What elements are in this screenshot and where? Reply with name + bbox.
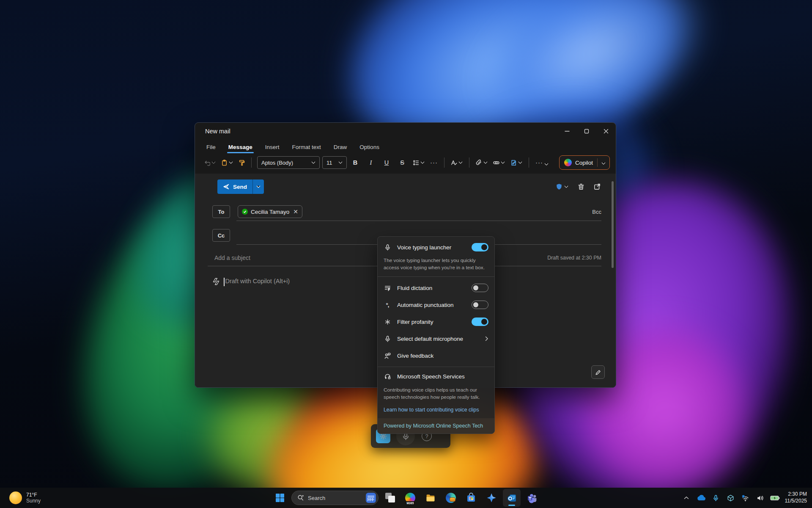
chevron-down-icon <box>458 161 463 164</box>
font-size-select[interactable]: 11 <box>322 156 347 169</box>
clock[interactable]: 2:30 PM 11/5/2025 <box>784 491 810 504</box>
file-explorer-app[interactable] <box>422 489 439 507</box>
m365-copilot-app[interactable]: M365 <box>401 489 419 507</box>
menu-format-text[interactable]: Format text <box>292 141 321 154</box>
battery-charging-icon <box>770 495 780 501</box>
send-button[interactable]: Send <box>217 179 264 194</box>
cc-button[interactable]: Cc <box>212 229 230 242</box>
teams-app[interactable] <box>523 489 541 507</box>
select-default-microphone-label: Select default microphone <box>397 336 479 342</box>
taskbar-search[interactable]: Search <box>291 491 379 505</box>
undo-button[interactable] <box>202 157 218 168</box>
chevron-down-icon <box>601 162 606 165</box>
to-row[interactable]: To Cecilia Tamayo ✕ Bcc <box>195 200 616 224</box>
signature-button[interactable] <box>508 157 524 168</box>
menu-insert[interactable]: Insert <box>265 141 280 154</box>
toolbar-divider <box>469 157 469 168</box>
edge-browser-app[interactable] <box>442 489 460 507</box>
attach-file-button[interactable] <box>474 157 490 168</box>
line-spacing-icon <box>413 160 419 166</box>
voice-typing-launcher-label: Voice typing launcher <box>397 244 466 251</box>
fluid-dictation-row[interactable]: Fluid dictation <box>378 279 494 296</box>
fluid-dictation-icon <box>384 285 391 291</box>
chevron-down-icon <box>338 161 343 164</box>
hidden-icons-button[interactable] <box>680 489 692 506</box>
menu-message[interactable]: Message <box>228 141 253 154</box>
scrollbar-thumb[interactable] <box>612 181 614 268</box>
pen-icon <box>595 369 601 375</box>
copilot-button[interactable]: Copilot <box>559 155 610 170</box>
automatic-punctuation-toggle[interactable] <box>472 301 488 309</box>
window-scrollbar[interactable] <box>612 179 614 381</box>
menu-draw[interactable]: Draw <box>333 141 348 154</box>
battery-tray-button[interactable] <box>769 489 781 506</box>
shield-icon <box>556 183 562 190</box>
cube-icon <box>727 494 734 502</box>
close-button[interactable] <box>596 123 616 140</box>
paste-button[interactable] <box>219 157 235 168</box>
give-feedback-row[interactable]: Give feedback <box>378 347 494 364</box>
paste-icon <box>221 160 228 166</box>
fluid-dictation-toggle[interactable] <box>472 284 488 292</box>
microphone-icon <box>384 336 391 342</box>
send-options-dropdown[interactable] <box>253 185 264 188</box>
insert-link-button[interactable] <box>491 157 507 168</box>
styles-button[interactable] <box>449 157 465 168</box>
font-name-select[interactable]: Aptos (Body) <box>257 156 320 169</box>
popout-icon <box>594 183 601 190</box>
signature-icon <box>510 160 517 166</box>
window-controls <box>557 123 616 140</box>
voice-typing-launcher-row[interactable]: Voice typing launcher <box>378 237 494 256</box>
microsoft-store-app[interactable] <box>462 489 480 507</box>
filter-profanity-toggle[interactable] <box>472 318 488 326</box>
ribbon-menu: File Message Insert Format text Draw Opt… <box>195 140 616 154</box>
more-paragraph-button[interactable]: ··· <box>428 158 440 167</box>
to-button[interactable]: To <box>212 205 230 218</box>
onedrive-tray-button[interactable] <box>695 489 707 506</box>
strikethrough-button[interactable]: S <box>395 157 409 168</box>
select-default-microphone-row[interactable]: Select default microphone <box>378 330 494 347</box>
recipient-chip[interactable]: Cecilia Tamayo ✕ <box>238 205 302 218</box>
send-icon <box>223 183 230 190</box>
microphone-in-use-button[interactable] <box>710 489 722 506</box>
more-commands-button[interactable]: ··· <box>533 157 551 168</box>
subject-input[interactable]: Add a subject <box>214 254 250 261</box>
format-painter-button[interactable] <box>236 157 247 168</box>
discard-draft-button[interactable] <box>575 181 587 193</box>
menu-options[interactable]: Options <box>359 141 380 154</box>
volume-tray-button[interactable] <box>754 489 766 506</box>
bcc-toggle[interactable]: Bcc <box>592 209 601 215</box>
underline-button[interactable]: U <box>379 157 394 168</box>
maximize-button[interactable] <box>577 123 596 140</box>
contribute-voice-clips-link[interactable]: Learn how to start contributing voice cl… <box>378 406 494 418</box>
remove-recipient-icon[interactable]: ✕ <box>293 208 298 215</box>
filter-profanity-row[interactable]: Filter profanity <box>378 313 494 330</box>
start-button[interactable] <box>271 489 289 507</box>
network-tray-button[interactable] <box>740 489 752 506</box>
italic-button[interactable]: I <box>364 157 378 168</box>
draw-ink-button[interactable] <box>591 365 605 379</box>
minimize-button[interactable] <box>557 123 577 140</box>
clock-date: 11/5/2025 <box>785 498 807 505</box>
line-spacing-button[interactable] <box>411 157 427 168</box>
automatic-punctuation-row[interactable]: °, Automatic punctuation <box>378 296 494 313</box>
taskbar: 71°F Sunny Search M <box>0 488 812 508</box>
microsoft-365-app[interactable] <box>483 489 500 507</box>
chevron-down-icon <box>420 161 425 164</box>
microsoft-speech-services-row[interactable]: Microsoft Speech Services <box>378 367 494 386</box>
titlebar[interactable]: New mail <box>195 123 616 140</box>
outlook-app[interactable] <box>503 489 521 507</box>
send-row: Send <box>195 174 616 200</box>
menu-file[interactable]: File <box>206 141 216 154</box>
bold-button[interactable]: B <box>348 157 362 168</box>
sensitivity-button[interactable] <box>553 181 571 193</box>
task-view-button[interactable] <box>381 489 399 507</box>
weather-widget[interactable]: 71°F Sunny <box>9 491 41 504</box>
copilot-dropdown[interactable] <box>598 160 609 166</box>
format-painter-icon <box>239 160 245 166</box>
microsoft-365-icon <box>486 493 497 503</box>
open-in-new-window-button[interactable] <box>591 181 603 193</box>
voice-typing-launcher-toggle[interactable] <box>472 243 488 251</box>
toolbar-divider <box>251 157 252 168</box>
game-bar-tray-button[interactable] <box>725 489 737 506</box>
